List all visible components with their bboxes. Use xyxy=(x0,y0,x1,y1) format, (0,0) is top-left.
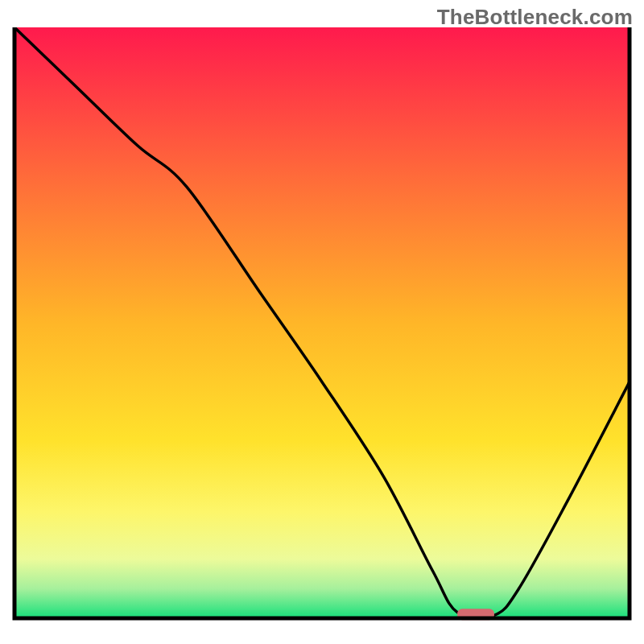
bottleneck-chart xyxy=(0,0,644,644)
watermark-text: TheBottleneck.com xyxy=(437,5,633,30)
chart-container: TheBottleneck.com xyxy=(0,0,644,644)
